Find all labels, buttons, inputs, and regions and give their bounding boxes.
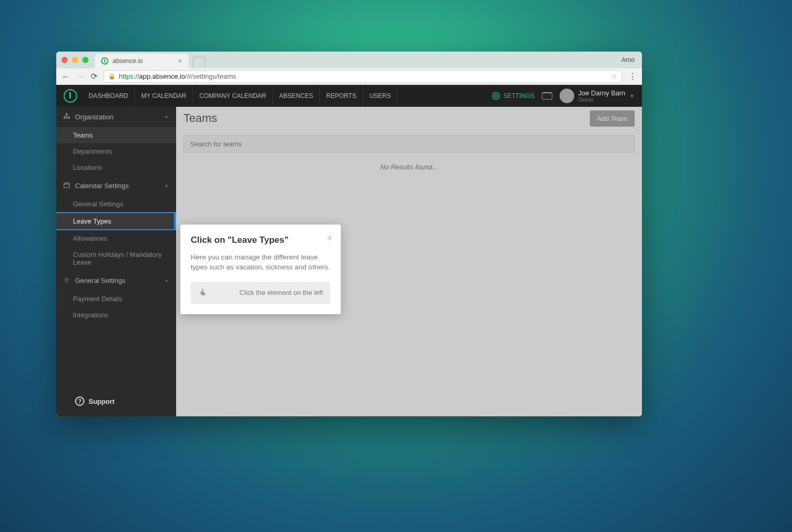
svg-rect-4 xyxy=(68,117,70,119)
tab-close-icon[interactable]: × xyxy=(178,57,182,65)
settings-label: SETTINGS xyxy=(503,92,535,100)
add-team-button[interactable]: Add Team xyxy=(590,110,635,127)
sidebar-section-label: Calendar Settings xyxy=(75,182,129,190)
user-menu[interactable]: Joe Darny Barn Owner ▼ xyxy=(560,89,635,103)
maximize-window-button[interactable] xyxy=(82,57,89,63)
address-bar[interactable]: 🔒 https://app.absence.io/#/settings/team… xyxy=(104,70,622,83)
sidebar: Organization ▼ Teams Departments Locatio… xyxy=(56,107,176,416)
content-header: Teams Add Team xyxy=(176,107,642,130)
sidebar-item-integrations[interactable]: Integrations xyxy=(56,307,176,323)
sidebar-section-general-settings[interactable]: General Settings ▼ xyxy=(56,270,176,291)
mail-icon[interactable] xyxy=(542,92,552,100)
no-results-text: No Results found... xyxy=(176,158,642,176)
svg-rect-1 xyxy=(66,113,68,115)
svg-point-0 xyxy=(495,95,497,97)
tab-title: absence.io xyxy=(113,57,143,65)
nav-company-calendar[interactable]: COMPANY CALENDAR xyxy=(193,85,273,107)
window-controls xyxy=(61,57,89,63)
sitemap-icon xyxy=(64,113,70,121)
lock-icon: 🔒 xyxy=(108,73,116,80)
sidebar-section-label: General Settings xyxy=(75,277,126,284)
app-viewport: DASHBOARD MY CALENDAR COMPANY CALENDAR A… xyxy=(56,85,642,416)
search-teams-input[interactable] xyxy=(183,135,635,153)
sidebar-item-payment-details[interactable]: Payment Details xyxy=(56,291,176,307)
sidebar-section-calendar-settings[interactable]: Calendar Settings ▼ xyxy=(56,176,176,196)
gear-icon xyxy=(64,277,70,284)
page-title: Teams xyxy=(183,112,217,125)
bookmark-star-icon[interactable]: ☆ xyxy=(611,72,617,80)
gear-icon xyxy=(492,92,500,100)
sidebar-item-custom-holidays[interactable]: Custom Holidays / Mandatory Leave xyxy=(56,246,176,270)
svg-rect-5 xyxy=(64,183,70,188)
chrome-profile-name[interactable]: Arno xyxy=(622,56,635,64)
support-link[interactable]: ? Support xyxy=(56,388,176,416)
url-text: https://app.absence.io/#/settings/teams xyxy=(119,72,237,80)
minimize-window-button[interactable] xyxy=(72,57,78,63)
help-icon: ? xyxy=(75,397,84,406)
chevron-down-icon: ▼ xyxy=(164,278,169,283)
calendar-icon xyxy=(64,182,70,190)
new-tab-button[interactable] xyxy=(193,57,205,67)
sidebar-item-general-settings[interactable]: General Settings xyxy=(56,196,176,212)
settings-button[interactable]: SETTINGS xyxy=(492,92,535,100)
sidebar-item-locations[interactable]: Locations xyxy=(56,159,176,176)
sidebar-item-allowances[interactable]: Allowances xyxy=(56,230,176,246)
app-header: DASHBOARD MY CALENDAR COMPANY CALENDAR A… xyxy=(56,85,642,107)
support-label: Support xyxy=(89,398,115,405)
chevron-down-icon: ▼ xyxy=(164,115,169,120)
nav-absences[interactable]: ABSENCES xyxy=(273,85,320,107)
nav-my-calendar[interactable]: MY CALENDAR xyxy=(135,85,193,107)
chevron-down-icon: ▼ xyxy=(629,93,635,99)
close-icon[interactable]: × xyxy=(327,233,332,244)
forward-button: → xyxy=(76,72,84,81)
tooltip-title: Click on "Leave Types" xyxy=(191,235,330,245)
nav-users[interactable]: USERS xyxy=(363,85,398,107)
tap-icon xyxy=(198,287,208,299)
nav-dashboard[interactable]: DASHBOARD xyxy=(82,85,135,107)
browser-window: absence.io × Arno ← → ⟳ 🔒 https://app.ab… xyxy=(56,52,642,416)
browser-tab[interactable]: absence.io × xyxy=(95,54,189,68)
user-name: Joe Darny Barn xyxy=(578,89,625,97)
app-body: Organization ▼ Teams Departments Locatio… xyxy=(56,107,642,416)
svg-point-6 xyxy=(66,279,68,281)
sidebar-item-leave-types[interactable]: Leave Types xyxy=(56,212,176,230)
user-role: Owner xyxy=(578,97,625,103)
sidebar-item-teams[interactable]: Teams xyxy=(56,127,176,143)
svg-rect-3 xyxy=(66,117,68,119)
chevron-down-icon: ▼ xyxy=(164,183,169,189)
browser-tab-bar: absence.io × Arno xyxy=(56,52,642,68)
browser-menu-icon[interactable]: ⋮ xyxy=(628,71,637,81)
tooltip-body: Here you can manage the different leave … xyxy=(191,253,330,273)
nav-reports[interactable]: REPORTS xyxy=(320,85,363,107)
app-logo-icon[interactable] xyxy=(64,89,77,103)
sidebar-section-organization[interactable]: Organization ▼ xyxy=(56,107,176,127)
back-button[interactable]: ← xyxy=(61,72,70,81)
avatar xyxy=(560,89,574,103)
close-window-button[interactable] xyxy=(61,57,68,63)
sidebar-item-departments[interactable]: Departments xyxy=(56,143,176,159)
onboarding-tooltip: × Click on "Leave Types" Here you can ma… xyxy=(180,225,341,314)
svg-rect-2 xyxy=(64,117,65,119)
reload-button[interactable]: ⟳ xyxy=(91,71,97,81)
tooltip-action-text: Click the element on the left xyxy=(216,289,323,296)
sidebar-section-label: Organization xyxy=(75,113,114,121)
browser-toolbar: ← → ⟳ 🔒 https://app.absence.io/#/setting… xyxy=(56,68,642,85)
tooltip-action: Click the element on the left xyxy=(191,282,330,304)
tab-favicon-icon xyxy=(101,57,108,65)
